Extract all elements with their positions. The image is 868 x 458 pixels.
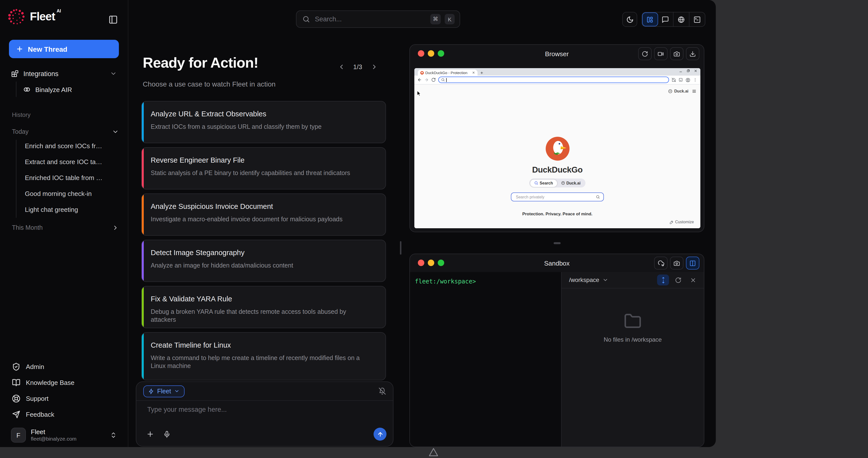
tab-close-icon[interactable]	[472, 71, 475, 74]
window-restore-icon[interactable]	[686, 69, 690, 73]
terminal-pane[interactable]: fleet:/workspace>	[410, 272, 562, 447]
use-case-card[interactable]: Detect Image Steganography Analyze an im…	[141, 240, 386, 282]
tree-line	[16, 140, 17, 218]
brand-suffix: AI	[57, 8, 61, 13]
chrome-toolbar	[414, 75, 701, 85]
view-switcher	[642, 12, 705, 27]
new-thread-button[interactable]: New Thread	[9, 40, 119, 58]
use-case-card[interactable]: Analyze URL & Extract Observables Extrac…	[141, 101, 386, 143]
history-item[interactable]: Good morning check-in	[22, 187, 119, 201]
new-thread-label: New Thread	[28, 45, 67, 53]
view-dashboard-button[interactable]	[642, 12, 658, 26]
duckduckgo-logo	[545, 136, 570, 161]
extension-icon[interactable]	[672, 77, 676, 82]
history-item-label: Extract and score IOC ta…	[25, 158, 102, 166]
auto-scroll-toggle[interactable]	[657, 274, 669, 286]
customize-button[interactable]: Customize	[670, 220, 694, 224]
traffic-close-icon[interactable]	[418, 50, 424, 57]
new-tab-button[interactable]	[480, 71, 484, 74]
sidebar-item-admin[interactable]: Admin	[9, 359, 119, 374]
card-title: Analyze Suspicious Invoice Document	[151, 202, 377, 210]
composer-footer	[136, 422, 393, 446]
sidebar-item-support[interactable]: Support	[9, 391, 119, 406]
desktop-backdrop: Fleet AI New Thread Integrations	[0, 0, 868, 458]
traffic-zoom-icon[interactable]	[438, 50, 444, 57]
toggle-duckai-option[interactable]: Duck.ai	[557, 179, 585, 187]
global-search[interactable]: ⌘ K	[296, 10, 460, 28]
bell-off-icon[interactable]	[378, 387, 386, 395]
window-traffic-lights	[418, 50, 444, 57]
toggle-search-option[interactable]: Search	[530, 179, 557, 187]
bookmark-panel-icon[interactable]	[679, 77, 683, 82]
browser-refresh-button[interactable]	[638, 47, 652, 60]
history-item[interactable]: Enriched IOC table from …	[22, 170, 119, 185]
history-item-label: Enrich and score IOCs fr…	[25, 142, 102, 150]
sidebar-item-feedback[interactable]: Feedback	[9, 407, 119, 422]
sidebar-collapse-button[interactable]	[107, 14, 118, 25]
traffic-zoom-icon[interactable]	[438, 260, 444, 266]
forward-icon[interactable]	[424, 77, 429, 82]
sidebar-item-integrations[interactable]: Integrations	[9, 67, 119, 80]
browser-panel-header: Browser	[410, 45, 704, 63]
attach-plus-icon[interactable]	[146, 430, 154, 438]
card-title: Create Timeline for Linux	[151, 341, 377, 349]
hamburger-menu-icon[interactable]	[692, 89, 696, 94]
traffic-minimize-icon[interactable]	[428, 50, 434, 57]
profile-icon[interactable]	[685, 77, 690, 82]
message-input[interactable]	[146, 405, 380, 425]
pager-prev-button[interactable]	[336, 62, 346, 72]
use-case-card[interactable]: Create Timeline for Linux Write a comman…	[141, 332, 386, 381]
sidebar-item-knowledge-base[interactable]: Knowledge Base	[9, 375, 119, 390]
duckai-corner-link[interactable]: Duck.ai	[668, 89, 688, 94]
history-group-this-month[interactable]: This Month	[12, 222, 119, 234]
theme-toggle-button[interactable]	[622, 12, 637, 27]
url-bar[interactable]	[438, 76, 669, 83]
window-minimize-icon[interactable]	[679, 69, 682, 73]
panel-resize-handle[interactable]	[554, 242, 561, 244]
browser-download-button[interactable]	[686, 47, 700, 60]
card-title: Analyze URL & Extract Observables	[151, 110, 377, 118]
files-close-button[interactable]	[687, 274, 699, 286]
files-header: /workspace	[562, 272, 704, 288]
avatar-initial: F	[17, 431, 21, 439]
workspace-path-select[interactable]: /workspace	[569, 276, 599, 284]
duckduckgo-page: Duck.ai	[414, 85, 701, 228]
view-terminal-button[interactable]	[689, 12, 705, 26]
sidebar-item-binalyze-air[interactable]: Binalyze AIR	[21, 83, 119, 96]
history-group-today[interactable]: Today	[12, 126, 119, 137]
split-view-button[interactable]	[686, 257, 700, 269]
history-item[interactable]: Enrich and score IOCs fr…	[22, 139, 119, 153]
view-browser-button[interactable]	[674, 12, 689, 26]
cloud-sync-button[interactable]	[654, 257, 668, 269]
window-close-icon[interactable]	[694, 69, 698, 73]
reload-icon[interactable]	[431, 77, 436, 82]
pager-next-button[interactable]	[369, 62, 379, 72]
view-chat-button[interactable]	[658, 12, 674, 26]
model-selector[interactable]: Fleet	[143, 385, 185, 397]
search-icon	[534, 181, 538, 185]
use-case-list: Analyze URL & Extract Observables Extrac…	[141, 101, 386, 381]
duckduckgo-search-box[interactable]	[511, 192, 604, 201]
browser-screenshot-button[interactable]	[670, 47, 683, 60]
traffic-close-icon[interactable]	[418, 260, 424, 266]
kebab-menu-icon[interactable]	[693, 77, 698, 82]
use-case-card[interactable]: Reverse Engineer Binary File Static anal…	[141, 147, 386, 190]
send-button[interactable]	[374, 428, 386, 440]
traffic-minimize-icon[interactable]	[428, 260, 434, 266]
history-item[interactable]: Extract and score IOC ta…	[22, 155, 119, 169]
duckduckgo-search-input[interactable]	[515, 194, 596, 200]
chrome-tab[interactable]: DuckDuckGo - Protection	[418, 70, 477, 75]
account-menu[interactable]: F Fleet fleet@binalyze.com	[8, 426, 120, 445]
browser-record-button[interactable]	[654, 47, 668, 60]
search-input[interactable]	[314, 15, 426, 23]
sandbox-screenshot-button[interactable]	[670, 257, 683, 269]
chrome-window-controls	[679, 69, 698, 73]
history-item[interactable]: Light chat greeting	[22, 202, 119, 217]
files-refresh-button[interactable]	[672, 274, 684, 286]
use-case-card[interactable]: Fix & Validate YARA Rule Debug a broken …	[141, 286, 386, 328]
toggle-search-label: Search	[540, 181, 553, 185]
mic-icon[interactable]	[163, 430, 170, 438]
use-case-card[interactable]: Analyze Suspicious Invoice Document Inve…	[141, 193, 386, 236]
column-resize-handle[interactable]	[400, 241, 401, 255]
back-icon[interactable]	[417, 77, 422, 82]
